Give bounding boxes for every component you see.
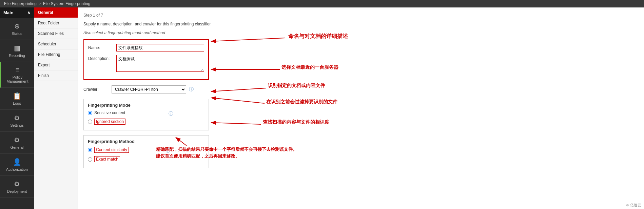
crawler-row: Crawler: Crawler CN-GRI-PTIton ⓘ [83,85,639,93]
top-bar: File Fingerprinting > File System Finger… [0,0,644,7]
logs-icon: 📋 [13,92,21,100]
svg-line-4 [212,123,261,124]
settings-icon: ⚙ [14,114,20,122]
sidebar-item-authorization[interactable]: 👤 Authorization [0,154,34,176]
reporting-icon: ▦ [14,44,20,52]
sidebar-item-deployment[interactable]: ⚙ Deployment [0,176,34,198]
mode-sensitive-label: Sensitive content [94,110,125,115]
svg-line-0 [212,38,285,41]
subnav-export[interactable]: Export [34,60,78,70]
fp-mode-info-icon[interactable]: ⓘ [169,111,173,117]
mode-sensitive-row: Sensitive content [88,110,125,115]
breadcrumb-separator: > [39,1,41,6]
fp-method-section: Fingerprinting Method Content similarity… [83,135,209,168]
svg-line-3 [212,98,265,103]
crawler-info-icon[interactable]: ⓘ [189,86,194,92]
sidebar-title: Main [3,10,14,15]
policy-icon: ≡ [16,66,20,74]
sidebar-label-deployment: Deployment [7,189,27,193]
subnav-scanned-files[interactable]: Scanned Files [34,28,78,39]
method-exact-radio[interactable] [88,157,92,162]
name-desc-section: Name: Description: [83,39,209,80]
desc-label: Description: [88,55,114,61]
status-icon: ⊕ [14,22,20,30]
general-icon: ⚙ [14,136,20,144]
step-indicator: Step 1 of 7 [83,13,639,18]
method-similarity-row: Content similarity [88,147,129,153]
sidebar-label-general: General [10,145,23,149]
sidebar-item-reporting[interactable]: ▦ Reporting [0,40,34,62]
fp-mode-section: Fingerprinting Mode Sensitive content ⓘ … [83,99,209,130]
sidebar-label-status: Status [12,32,22,36]
mode-ignored-radio[interactable] [88,120,92,124]
annotation-5: 查找扫描的内容与文件的相识度 [263,119,329,125]
sidebar-label-policy: Policy Management [2,75,33,83]
sidebar-item-settings[interactable]: ⚙ Settings [0,110,34,132]
sidebar-collapse-icon[interactable]: ∧ [27,10,31,15]
fp-method-title: Fingerprinting Method [88,139,204,144]
name-label: Name: [88,44,114,50]
subnav-finish[interactable]: Finish [34,70,78,81]
sidebar-label-logs: Logs [13,101,21,105]
method-similarity-radio[interactable] [88,148,92,152]
subnav-root-folder[interactable]: Root Folder [34,18,78,28]
deployment-icon: ⚙ [14,180,20,188]
subnav-file-filtering[interactable]: File Filtering [34,49,78,60]
mode-sensitive-radio[interactable] [88,111,92,115]
fp-method-info-icon[interactable]: ⓘ [165,148,170,154]
sidebar-item-policy[interactable]: ≡ Policy Management [0,62,34,88]
name-row: Name: [88,44,204,51]
sub-nav: General Root Folder Scanned Files Schedu… [34,7,78,209]
watermark: ⊕ 亿速云 [626,203,641,208]
sidebar-item-general[interactable]: ⚙ General [0,132,34,154]
crawler-label: Crawler: [83,87,109,92]
sidebar: Main ∧ ⊕ Status ▦ Reporting ≡ Policy Man… [0,7,34,209]
sidebar-item-status[interactable]: ⊕ Status [0,18,34,40]
sidebar-label-reporting: Reporting [9,54,25,58]
annotation-4: 在识别之前会过滤掉要识别的文件 [266,99,337,105]
mode-ignored-label: Ignored section [94,119,125,125]
annotation-2: 选择文档最近的一台服务器 [281,64,338,70]
sidebar-label-authorization: Authorization [6,167,28,171]
method-similarity-label: Content similarity [94,147,129,153]
sidebar-label-settings: Settings [10,123,24,127]
authorization-icon: 👤 [13,158,21,166]
crawler-select[interactable]: Crawler CN-GRI-PTIton [112,85,186,93]
name-input[interactable] [116,44,204,51]
sidebar-header: Main ∧ [0,7,34,18]
sidebar-item-logs[interactable]: 📋 Logs [0,88,34,110]
main-content: Step 1 of 7 Supply a name, description, … [78,7,644,209]
subnav-scheduler[interactable]: Scheduler [34,39,78,49]
description-line2: Also select a fingerprinting mode and me… [83,30,639,35]
description-line1: Supply a name, description, and crawler … [83,22,639,26]
desc-input[interactable] [116,55,204,72]
method-exact-label: Exact match [94,156,120,162]
breadcrumb-fs-fp: File System Fingerprinting [43,1,90,6]
method-exact-row: Exact match [88,156,204,162]
mode-ignored-row: Ignored section [88,119,204,125]
fp-mode-title: Fingerprinting Mode [88,103,204,108]
breadcrumb-file-fp[interactable]: File Fingerprinting [4,1,37,6]
desc-row: Description: [88,55,204,72]
subnav-general[interactable]: General [34,7,78,18]
